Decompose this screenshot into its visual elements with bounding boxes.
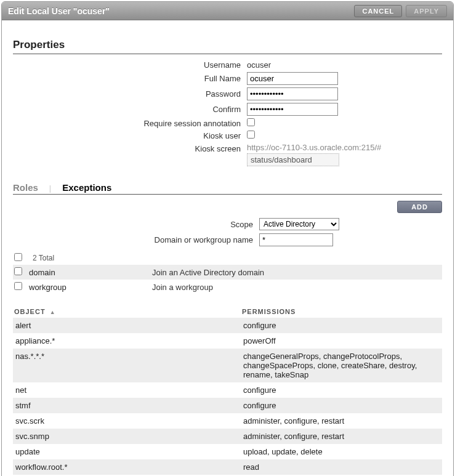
scope-select[interactable]: Active Directory <box>259 218 339 230</box>
table-row[interactable]: appliance.*powerOff <box>13 333 442 349</box>
permissions-cell: administer, configure, restart <box>243 432 440 441</box>
kiosk-user-checkbox[interactable] <box>247 131 255 139</box>
permissions-cell: configure <box>243 385 440 395</box>
row-name: domain <box>29 268 152 277</box>
table-row[interactable]: alertconfigure <box>13 318 442 333</box>
kiosk-url-prefix: https://oc-7110-3.us.oracle.com:215/# <box>247 143 442 152</box>
permissions-header: PERMISSIONS <box>242 308 296 315</box>
domain-filter-label: Domain or workgroup name <box>13 235 259 244</box>
confirm-input[interactable] <box>247 103 338 116</box>
row-desc: Join a workgroup <box>152 283 441 292</box>
tab-exceptions[interactable]: Exceptions <box>62 182 111 193</box>
table-row[interactable]: updateupload, update, delete <box>13 444 442 459</box>
object-cell: workflow.root.* <box>15 462 243 472</box>
permissions-cell: configure <box>243 401 440 410</box>
object-header[interactable]: OBJECT <box>14 308 46 315</box>
row-checkbox[interactable] <box>14 282 22 290</box>
fullname-label: Full Name <box>13 74 247 83</box>
section-divider <box>13 54 442 54</box>
domain-filter-input[interactable] <box>259 233 333 246</box>
table-row[interactable]: netconfigure <box>13 382 442 398</box>
row-desc: Join an Active Directory domain <box>152 268 441 277</box>
table-row[interactable]: workflow.root.*read <box>13 459 442 475</box>
permissions-cell: powerOff <box>243 336 440 345</box>
require-session-checkbox[interactable] <box>247 118 255 126</box>
fullname-input[interactable] <box>247 72 338 85</box>
require-session-label: Require session annotation <box>13 119 247 128</box>
permissions-cell: administer, configure, restart <box>243 416 440 426</box>
table-row[interactable]: svc.scrkadminister, configure, restart <box>13 413 442 429</box>
table-row[interactable]: stmfconfigure <box>13 398 442 413</box>
password-label: Password <box>13 89 247 99</box>
add-button[interactable]: ADD <box>397 201 442 213</box>
total-count: 2 Total <box>29 254 54 262</box>
select-all-checkbox[interactable] <box>14 253 22 261</box>
permissions-cell: configure <box>243 321 440 330</box>
sort-asc-icon: ▲ <box>50 309 56 315</box>
object-cell: stmf <box>15 401 243 410</box>
confirm-label: Confirm <box>13 105 247 114</box>
dialog-title: Edit Local User "ocuser" <box>8 6 354 16</box>
object-cell: nas.*.*.* <box>15 352 243 361</box>
titlebar: Edit Local User "ocuser" CANCEL APPLY <box>2 2 453 20</box>
object-cell: net <box>15 385 243 395</box>
tab-roles[interactable]: Roles <box>13 182 38 193</box>
properties-heading: Properties <box>13 39 442 51</box>
permissions-cell: upload, update, delete <box>243 447 440 456</box>
username-label: Username <box>13 60 247 70</box>
edit-user-dialog: Edit Local User "ocuser" CANCEL APPLY Pr… <box>1 1 454 476</box>
tab-separator: | <box>49 184 51 193</box>
cancel-button[interactable]: CANCEL <box>354 5 402 17</box>
kiosk-path-readonly: status/dashboard <box>247 153 339 166</box>
username-value: ocuser <box>247 60 271 70</box>
object-cell: alert <box>15 321 243 330</box>
kiosk-screen-label: Kiosk screen <box>13 143 247 153</box>
row-name: workgroup <box>29 283 152 292</box>
row-checkbox[interactable] <box>14 267 22 275</box>
password-input[interactable] <box>247 87 338 100</box>
object-cell: update <box>15 447 243 456</box>
list-item[interactable]: workgroupJoin a workgroup <box>13 280 442 294</box>
apply-button: APPLY <box>406 5 447 17</box>
list-item[interactable]: domainJoin an Active Directory domain <box>13 265 442 280</box>
object-cell: svc.snmp <box>15 432 243 441</box>
object-cell: svc.scrk <box>15 416 243 426</box>
table-row[interactable]: svc.snmpadminister, configure, restart <box>13 429 442 444</box>
tabs-divider <box>13 194 442 195</box>
kiosk-user-label: Kiosk user <box>13 131 247 140</box>
scope-label: Scope <box>13 220 259 229</box>
object-cell: appliance.* <box>15 336 243 345</box>
permissions-cell: read <box>243 462 440 472</box>
table-row[interactable]: nas.*.*.*changeGeneralProps, changeProto… <box>13 349 442 382</box>
permissions-cell: changeGeneralProps, changeProtocolProps,… <box>243 352 440 379</box>
